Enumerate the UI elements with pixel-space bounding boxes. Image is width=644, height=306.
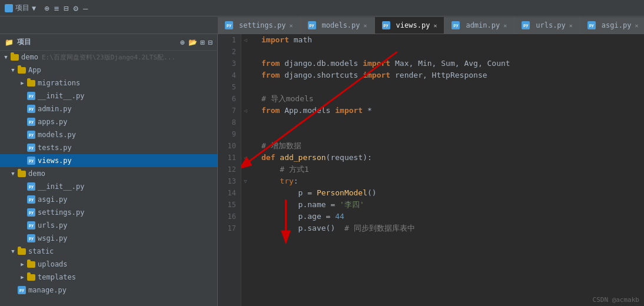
- py-icon-init-app: py: [27, 92, 35, 100]
- fold-11[interactable]: ◁: [241, 152, 250, 164]
- new-folder-icon[interactable]: 📂: [188, 38, 197, 46]
- tree-label-views-app: views.py: [38, 157, 72, 165]
- tree-label-migrations: migrations: [38, 79, 80, 87]
- arrow-init-demo: [19, 183, 26, 190]
- line-numbers: 1 2 3 4 5 6 7 8 9 10 11 12 13 14 15 16 1…: [218, 34, 241, 306]
- tab-admin-close[interactable]: ✕: [503, 22, 507, 29]
- tree-label-wsgi-demo: wsgi.py: [38, 234, 68, 242]
- collapse-icon[interactable]: ⊟: [208, 38, 213, 46]
- tree-item-admin-app[interactable]: py admin.py: [0, 102, 217, 115]
- tab-asgi[interactable]: py asgi.py ✕: [580, 17, 644, 34]
- tree-item-init-app[interactable]: py __init__.py: [0, 89, 217, 102]
- folder-icon-demo-root: [11, 54, 19, 61]
- code-line-17: p.save() # 同步到数据库表中: [261, 222, 644, 234]
- arrow-asgi-demo: [19, 196, 26, 203]
- add-icon[interactable]: ⊕: [44, 4, 49, 13]
- py-icon-wsgi-demo: py: [27, 234, 35, 242]
- tree-item-uploads[interactable]: uploads: [0, 258, 217, 271]
- tab-admin[interactable]: py admin.py ✕: [444, 17, 514, 34]
- tree-item-static[interactable]: static: [0, 245, 217, 258]
- code-line-14: p = PersonModel(): [261, 187, 644, 199]
- tree-item-templates[interactable]: templates: [0, 271, 217, 284]
- tab-models[interactable]: py models.py ✕: [301, 17, 375, 34]
- code-line-16: p.age = 44: [261, 211, 644, 222]
- arrow-static: [9, 248, 16, 255]
- folder-icon-app: [18, 67, 26, 74]
- py-icon-urls-demo: py: [27, 221, 35, 230]
- folder-icon-uploads: [27, 261, 35, 268]
- tab-asgi-close[interactable]: ✕: [635, 22, 638, 29]
- tree-item-tests-app[interactable]: py tests.py: [0, 141, 217, 154]
- arrow-manage: [9, 287, 16, 294]
- code-line-3: from django.db.models import Max, Min, S…: [261, 58, 644, 69]
- fold-1[interactable]: ◁: [241, 34, 250, 46]
- list-icon[interactable]: ≡: [54, 4, 59, 13]
- minimize-icon[interactable]: —: [83, 4, 88, 13]
- arrow-admin-app: [19, 105, 26, 112]
- code-line-9: [261, 128, 644, 140]
- editor-area: 1 2 3 4 5 6 7 8 9 10 11 12 13 14 15 16 1…: [218, 34, 644, 306]
- tree-item-demo-sub[interactable]: demo: [0, 167, 217, 180]
- code-line-15: p.name = '李四': [261, 199, 644, 211]
- watermark: CSDN @acmakb: [593, 296, 639, 304]
- tab-urls-close[interactable]: ✕: [569, 22, 573, 29]
- tree-label-settings-demo: settings.py: [38, 208, 84, 217]
- code-line-12: # 方式1: [261, 164, 644, 175]
- fold-7[interactable]: ◁: [241, 105, 250, 117]
- tree-label-init-app: __init__.py: [38, 92, 84, 100]
- tree-label-manage: manage.py: [28, 286, 67, 294]
- code-line-11: def add_person(request):: [261, 152, 644, 164]
- folder-icon-migrations: [27, 80, 35, 87]
- tree-item-manage[interactable]: py manage.py: [0, 284, 217, 297]
- tree-label-templates: templates: [38, 273, 76, 281]
- tree-item-wsgi-demo[interactable]: py wsgi.py: [0, 232, 217, 245]
- urls-file-icon: py: [522, 21, 530, 29]
- tab-urls-label: urls.py: [536, 21, 566, 29]
- tree-label-demo-root: demo: [21, 53, 38, 61]
- tree-item-app[interactable]: App: [0, 64, 217, 76]
- folder-icon-demo-sub: [18, 171, 26, 177]
- project-dropdown[interactable]: ▼: [32, 4, 36, 12]
- gear-icon[interactable]: ⚙: [74, 4, 78, 13]
- tree-item-settings-demo[interactable]: py settings.py: [0, 206, 217, 219]
- tab-settings-close[interactable]: ✕: [289, 22, 293, 29]
- tree-path-demo-root: E:\百度网盘资料\23版Django4.2LTS配...: [42, 53, 175, 62]
- main-area: 📁 项目 ⊕ 📂 ⊞ ⊟ demo E:\百度网盘资料\23版Django4.2…: [0, 34, 644, 306]
- arrow-apps-app: [19, 118, 26, 125]
- project-icon: [5, 4, 13, 12]
- tree-item-demo-root[interactable]: demo E:\百度网盘资料\23版Django4.2LTS配...: [0, 51, 217, 64]
- toolbar-icons: ⊕ ≡ ⊟ ⚙ —: [44, 4, 88, 13]
- asgi-file-icon: py: [587, 21, 596, 29]
- tree-item-init-demo[interactable]: py __init__.py: [0, 180, 217, 193]
- tree-item-apps-app[interactable]: py apps.py: [0, 115, 217, 128]
- split-icon[interactable]: ⊟: [64, 4, 68, 13]
- tree-item-views-app[interactable]: py views.py: [0, 154, 217, 167]
- py-icon-init-demo: py: [27, 182, 35, 191]
- code-content[interactable]: ◁ ◁ ◁ ▽ i: [241, 34, 644, 306]
- views-file-icon: py: [382, 21, 390, 29]
- tab-urls[interactable]: py urls.py ✕: [514, 17, 580, 34]
- py-icon-manage: py: [18, 286, 26, 294]
- tab-views[interactable]: py views.py ✕: [375, 17, 445, 34]
- expand-icon[interactable]: ⊞: [201, 38, 205, 46]
- tree-label-urls-demo: urls.py: [38, 221, 68, 230]
- arrow-uploads: [19, 261, 26, 268]
- py-icon-apps-app: py: [27, 118, 35, 126]
- tab-settings-label: settings.py: [239, 21, 286, 29]
- tab-models-close[interactable]: ✕: [364, 22, 367, 29]
- tree-item-urls-demo[interactable]: py urls.py: [0, 219, 217, 232]
- tree-item-asgi-demo[interactable]: py asgi.py: [0, 193, 217, 206]
- tree-item-models-app[interactable]: py models.py: [0, 128, 217, 141]
- py-icon-tests-app: py: [27, 144, 35, 152]
- py-icon-admin-app: py: [27, 105, 35, 113]
- arrow-urls-demo: [19, 222, 26, 229]
- project-header: 📁 项目 ⊕ 📂 ⊞ ⊟: [0, 34, 217, 51]
- tab-settings[interactable]: py settings.py ✕: [218, 17, 301, 34]
- tab-views-close[interactable]: ✕: [433, 22, 437, 29]
- tree-item-migrations[interactable]: migrations: [0, 76, 217, 89]
- tree-label-apps-app: apps.py: [38, 118, 68, 126]
- title-bar: 项目 ▼ ⊕ ≡ ⊟ ⚙ —: [0, 0, 644, 16]
- new-file-icon[interactable]: ⊕: [180, 38, 184, 46]
- tree-label-uploads: uploads: [38, 260, 68, 268]
- tree-label-admin-app: admin.py: [38, 105, 72, 113]
